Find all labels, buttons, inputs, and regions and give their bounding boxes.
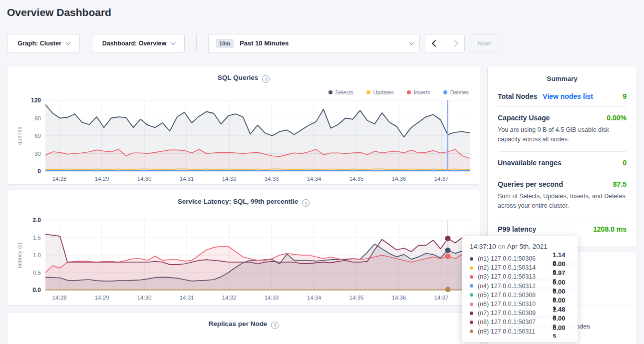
svg-text:14:36: 14:36 <box>392 176 406 182</box>
svg-text:14:28: 14:28 <box>52 176 67 182</box>
queries-per-second-label: Queries per second <box>498 180 563 188</box>
node-dot-icon <box>470 257 473 261</box>
node-address: (n1) 127.0.0.1:50306 <box>478 255 553 262</box>
legend-dot-icon <box>443 90 447 94</box>
unavailable-ranges-value: 0 <box>623 159 627 167</box>
capacity-usage-description: You are using 0 B of 4.5 GiB usable disk… <box>498 125 627 151</box>
now-button[interactable]: Now <box>470 34 498 52</box>
legend-label: Updates <box>373 89 394 95</box>
svg-text:0.5: 0.5 <box>33 270 41 276</box>
chart-title-row: Replicas per Nodei <box>7 313 480 329</box>
svg-text:14:36: 14:36 <box>392 295 406 301</box>
svg-text:90: 90 <box>34 115 41 121</box>
legend-label: Selects <box>335 89 353 95</box>
legend-item[interactable]: Updates <box>366 89 394 95</box>
qps-description: Sum of Selects, Updates, Inserts, and De… <box>498 192 627 218</box>
node-latency-value: 0.00 s <box>553 324 570 339</box>
legend-dot-icon <box>407 90 411 94</box>
time-nav-arrows <box>425 34 465 52</box>
svg-text:queries: queries <box>16 126 22 145</box>
time-range-label: Past 10 Minutes <box>240 39 289 47</box>
tooltip-date: Apr 5th, 2021 <box>507 243 547 250</box>
replicas-per-node-card: Replicas per Nodei <box>7 312 480 344</box>
legend-label: Inserts <box>414 89 430 95</box>
summary-row-total-nodes: Total Nodes View nodes list 9 <box>498 85 627 106</box>
node-dot-icon <box>470 330 473 333</box>
node-address: (n7) 127.0.0.1:50309 <box>478 310 553 317</box>
time-prev-button[interactable] <box>425 34 445 52</box>
total-nodes-value: 9 <box>623 92 627 100</box>
node-dot-icon <box>470 321 473 324</box>
tooltip-timestamp: 14:37:10 on Apr 5th, 2021 <box>470 243 570 250</box>
svg-text:14:31: 14:31 <box>180 295 194 301</box>
replicas-per-node-title: Replicas per Node <box>209 320 268 328</box>
svg-text:0.0: 0.0 <box>32 287 41 294</box>
tooltip-rows: (n1) 127.0.0.1:503061.14 s(n2) 127.0.0.1… <box>470 254 570 336</box>
legend-dot-icon <box>366 90 370 94</box>
node-dot-icon <box>470 284 473 288</box>
capacity-usage-value: 0.00% <box>607 114 627 122</box>
node-address: (n5) 127.0.0.1:50308 <box>478 292 553 299</box>
info-icon[interactable]: i <box>271 322 279 329</box>
svg-text:30: 30 <box>34 151 41 157</box>
node-address: (n4) 127.0.0.1:50312 <box>478 283 553 290</box>
node-address: (n9) 127.0.0.1:50311 <box>478 328 553 335</box>
legend-dot-icon <box>328 90 332 94</box>
svg-text:14:32: 14:32 <box>222 176 237 182</box>
queries-per-second-value: 87.5 <box>613 180 627 188</box>
svg-text:1.0: 1.0 <box>33 252 41 258</box>
node-dot-icon <box>470 312 473 315</box>
svg-text:2.0: 2.0 <box>32 217 41 224</box>
svg-text:0: 0 <box>37 168 41 175</box>
svg-text:14:33: 14:33 <box>265 176 279 182</box>
chevron-down-icon <box>171 40 176 45</box>
svg-text:14:34: 14:34 <box>307 295 322 301</box>
svg-text:60: 60 <box>34 133 41 139</box>
graph-dropdown[interactable]: Graph: Cluster <box>7 34 80 52</box>
dashboard-dropdown[interactable]: Dashboard: Overview <box>92 34 185 52</box>
svg-text:14:37: 14:37 <box>434 295 449 301</box>
node-address: (n8) 127.0.0.1:50307 <box>478 319 553 326</box>
legend-label: Deletes <box>450 89 469 95</box>
chart-tooltip: 14:37:10 on Apr 5th, 2021 (n1) 127.0.0.1… <box>462 236 578 342</box>
dashboard-dropdown-label: Dashboard: Overview <box>102 40 167 47</box>
service-latency-chart[interactable]: 14:2814:2914:3014:3114:3214:3314:3414:35… <box>14 215 474 303</box>
svg-text:14:29: 14:29 <box>95 295 109 301</box>
total-nodes-label: Total Nodes <box>498 92 537 100</box>
svg-text:14:32: 14:32 <box>222 295 237 301</box>
svg-text:14:33: 14:33 <box>265 295 279 301</box>
service-latency-title: Service Latency: SQL, 99th percentile <box>178 198 299 205</box>
svg-text:14:34: 14:34 <box>307 176 322 182</box>
svg-text:14:37: 14:37 <box>434 176 449 182</box>
graph-dropdown-label: Graph: Cluster <box>17 40 61 47</box>
time-next-button[interactable] <box>445 34 464 52</box>
time-range-dropdown[interactable]: 10m Past 10 Minutes <box>208 34 420 52</box>
node-dot-icon <box>470 266 473 270</box>
node-address: (n6) 127.0.0.1:50310 <box>478 301 553 308</box>
chevron-right-icon <box>451 39 458 46</box>
tooltip-row: (n9) 127.0.0.1:503110.00 s <box>470 327 570 336</box>
chevron-down-icon <box>66 40 71 45</box>
summary-panel: Summary Total Nodes View nodes list 9 Ca… <box>487 66 637 247</box>
info-icon[interactable]: i <box>262 75 270 83</box>
svg-text:120: 120 <box>31 97 41 104</box>
chart-legend: SelectsUpdatesInsertsDeletes <box>328 89 469 95</box>
p99-latency-value: 1208.0 ms <box>593 225 627 233</box>
node-dot-icon <box>470 275 473 279</box>
svg-text:14:35: 14:35 <box>349 176 364 182</box>
unavailable-ranges-label: Unavailable ranges <box>498 159 562 167</box>
svg-text:14:30: 14:30 <box>137 176 152 182</box>
service-latency-card: Service Latency: SQL, 99th percentilei 1… <box>7 190 480 306</box>
summary-row-capacity: Capacity Usage 0.00% <box>498 107 627 128</box>
summary-row-qps: Queries per second 87.5 <box>498 173 627 194</box>
page-title: Overview Dashboard <box>7 6 111 18</box>
node-dot-icon <box>470 293 473 297</box>
view-nodes-list-link[interactable]: View nodes list <box>543 92 593 100</box>
svg-text:14:29: 14:29 <box>95 176 109 182</box>
legend-item[interactable]: Inserts <box>407 89 430 95</box>
sql-queries-chart[interactable]: 14:2814:2914:3014:3114:3214:3314:3414:35… <box>14 95 474 184</box>
info-icon[interactable]: i <box>302 199 310 207</box>
legend-item[interactable]: Selects <box>328 89 353 95</box>
node-address: (n2) 127.0.0.1:50314 <box>478 264 553 271</box>
legend-item[interactable]: Deletes <box>443 89 469 95</box>
